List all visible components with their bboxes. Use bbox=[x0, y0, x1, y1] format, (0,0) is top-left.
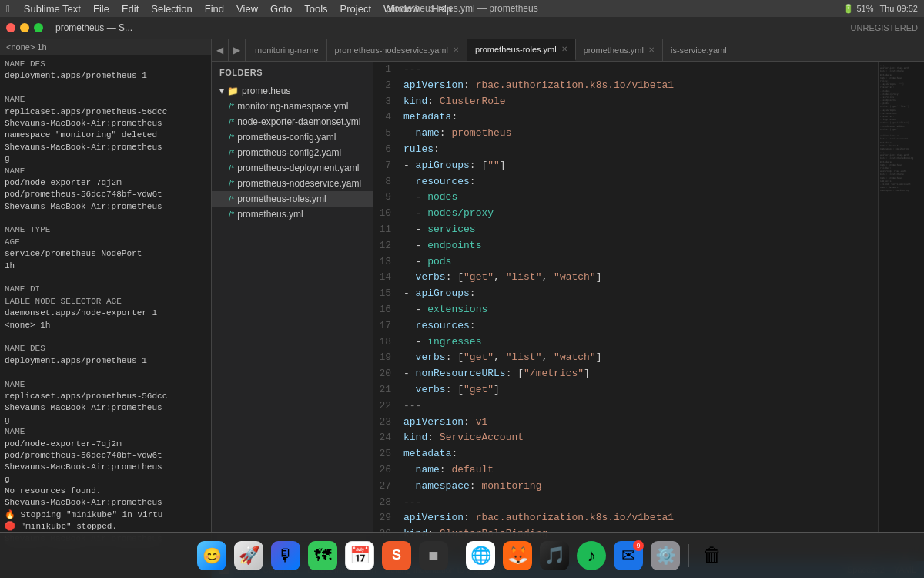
root-folder[interactable]: ▾ 📁 prometheus bbox=[212, 83, 373, 99]
code-line-13: 13 - pods bbox=[373, 254, 878, 271]
code-line-1: 1 --- bbox=[373, 62, 878, 78]
dock-settings[interactable]: ⚙️ bbox=[648, 539, 682, 573]
minimize-button[interactable] bbox=[20, 23, 29, 32]
terminal-line bbox=[5, 82, 206, 94]
code-line-16: 16 - extensions bbox=[373, 302, 878, 318]
folder-icon: 📁 bbox=[227, 86, 239, 96]
tab-prometheus-yml[interactable]: prometheus.yml ✕ bbox=[576, 39, 663, 61]
menu-view[interactable]: View bbox=[230, 3, 264, 15]
terminal-line: LABLE NODE SELECTOR AGE bbox=[5, 296, 206, 307]
terminal-line: g bbox=[5, 415, 206, 426]
code-line-6: 6 rules: bbox=[373, 142, 878, 158]
dock-iterm[interactable]: ■ bbox=[417, 539, 450, 573]
file-icon: /* bbox=[229, 179, 234, 188]
menu-selection[interactable]: Selection bbox=[145, 3, 198, 15]
file-icon: /* bbox=[229, 102, 234, 111]
terminal-line: NAME DI bbox=[5, 284, 206, 295]
menu-sublime[interactable]: Sublime Text bbox=[18, 3, 87, 15]
file-item[interactable]: /* monitoring-namespace.yml bbox=[212, 99, 373, 114]
tab-nav-right[interactable]: ▶ bbox=[229, 39, 246, 61]
code-line-8: 8 resources: bbox=[373, 174, 878, 190]
dock-finder[interactable]: 😊 bbox=[195, 539, 229, 573]
terminal-line: 1h bbox=[5, 260, 206, 272]
code-line-14: 14 verbs: ["get", "list", "watch"] bbox=[373, 270, 878, 286]
maximize-button[interactable] bbox=[34, 23, 43, 32]
dock-launchpad[interactable]: 🚀 bbox=[232, 539, 266, 573]
terminal-line: NAME bbox=[5, 379, 206, 391]
traffic-lights bbox=[6, 23, 43, 32]
file-item[interactable]: /* prometheus-nodeservice.yaml bbox=[212, 176, 373, 191]
dock-sublime[interactable]: S bbox=[380, 539, 413, 573]
file-item[interactable]: /* prometheus-config2.yaml bbox=[212, 145, 373, 160]
terminal-line: NAME DES bbox=[5, 343, 206, 355]
terminal-line: No resources found. bbox=[5, 486, 206, 497]
dock-trash[interactable]: 🗑 bbox=[695, 539, 729, 573]
dock-maps[interactable]: 🗺 bbox=[306, 539, 340, 573]
file-icon: /* bbox=[229, 117, 234, 126]
file-item[interactable]: /* node-exporter-daemonset.yml bbox=[212, 114, 373, 129]
tab-nav-left[interactable]: ◀ bbox=[212, 39, 229, 61]
terminal-line: deployment.apps/prometheus 1 bbox=[5, 355, 206, 367]
menu-edit[interactable]: Edit bbox=[116, 3, 145, 15]
code-line-10: 10 - nodes/proxy bbox=[373, 206, 878, 222]
code-line-27: 27 namespace: monitoring bbox=[373, 479, 878, 495]
tab-prometheus-nodeservice[interactable]: prometheus-nodeservice.yaml ✕ bbox=[327, 39, 467, 61]
dock-siri[interactable]: 🎙 bbox=[269, 539, 303, 573]
terminal-line: replicaset.apps/prometheus-56dcc bbox=[5, 391, 206, 402]
file-item-active[interactable]: /* prometheus-roles.yml bbox=[212, 191, 373, 207]
file-item[interactable]: /* prometheus-config.yaml bbox=[212, 129, 373, 145]
file-icon: /* bbox=[229, 163, 234, 173]
dock-chrome[interactable]: 🌐 bbox=[464, 539, 497, 573]
dock-separator-2 bbox=[688, 544, 689, 567]
terminal-line: daemonset.apps/node-exporter 1 bbox=[5, 307, 206, 319]
menu-goto[interactable]: Goto bbox=[264, 3, 298, 15]
code-line-3: 3 kind: ClusterRole bbox=[373, 94, 878, 110]
terminal-line: Shevauns-MacBook-Air:prometheus bbox=[5, 201, 206, 213]
terminal-line: NAME bbox=[5, 426, 206, 438]
file-icon: /* bbox=[229, 148, 234, 157]
terminal-line: Shevauns-MacBook-Air:prometheus bbox=[5, 142, 206, 153]
mail-badge: 9 bbox=[633, 540, 644, 551]
window-subtitle: prometheus — S... bbox=[55, 22, 132, 33]
close-button[interactable] bbox=[6, 23, 15, 32]
tab-is-service[interactable]: is-service.yaml bbox=[663, 39, 735, 61]
dock-calendar[interactable]: 📅 bbox=[343, 539, 377, 573]
minimap-content: ---apiVersion: rbac.authkind: ClusterRol… bbox=[879, 62, 924, 194]
terminal-line: Shevauns-MacBook-Air:prometheus bbox=[5, 462, 206, 473]
file-item[interactable]: /* prometheus.yml bbox=[212, 207, 373, 222]
menu-file[interactable]: File bbox=[87, 3, 116, 15]
terminal-content[interactable]: NAME DES deployment.apps/prometheus 1 NA… bbox=[0, 55, 211, 578]
tab-close-prometheus[interactable]: ✕ bbox=[648, 45, 654, 54]
menu-tools[interactable]: Tools bbox=[298, 3, 333, 15]
code-line-24: 24 kind: ServiceAccount bbox=[373, 430, 878, 446]
code-line-19: 19 verbs: ["get", "list", "watch"] bbox=[373, 350, 878, 366]
file-item[interactable]: /* prometheus-deployment.yaml bbox=[212, 160, 373, 176]
terminal-panel: <none> 1h NAME DES deployment.apps/prome… bbox=[0, 39, 212, 578]
tab-prometheus-roles[interactable]: prometheus-roles.yml ✕ bbox=[467, 39, 576, 61]
terminal-line: pod/prometheus-56dcc748bf-vdw6t bbox=[5, 450, 206, 462]
dock-firefox[interactable]: 🦊 bbox=[500, 539, 534, 573]
battery-icon: 🔋 51% bbox=[843, 4, 873, 14]
tab-close-nodeservice[interactable]: ✕ bbox=[453, 45, 459, 54]
code-line-20: 20 - nonResourceURLs: ["/metrics"] bbox=[373, 366, 878, 382]
dock-music[interactable]: 🎵 bbox=[537, 539, 571, 573]
terminal-line: g bbox=[5, 474, 206, 486]
tab-close-roles[interactable]: ✕ bbox=[561, 45, 567, 53]
terminal-line: NAME bbox=[5, 166, 206, 177]
code-line-7: 7 - apiGroups: [""] bbox=[373, 158, 878, 174]
code-content: 1 --- 2 apiVersion: rbac.authorization.k… bbox=[373, 62, 878, 561]
code-editor[interactable]: 1 --- 2 apiVersion: rbac.authorization.k… bbox=[373, 62, 878, 561]
editor-panel: ◀ ▶ monitoring-name prometheus-nodeservi… bbox=[212, 39, 924, 578]
terminal-line: namespace "monitoring" deleted bbox=[5, 129, 206, 141]
code-line-29: 29 apiVersion: rbac.authorization.k8s.io… bbox=[373, 510, 878, 526]
tab-monitoring-name[interactable]: monitoring-name bbox=[247, 39, 327, 61]
terminal-line: deployment.apps/prometheus 1 bbox=[5, 70, 206, 82]
minimap[interactable]: ---apiVersion: rbac.authkind: ClusterRol… bbox=[878, 62, 924, 561]
dock-spotify[interactable]: ♪ bbox=[574, 539, 608, 573]
terminal-line: Shevauns-MacBook-Air:prometheus bbox=[5, 118, 206, 129]
file-icon: /* bbox=[229, 194, 234, 203]
terminal-line: service/prometheus NodePort bbox=[5, 248, 206, 260]
menu-project[interactable]: Project bbox=[334, 3, 377, 15]
dock-mail[interactable]: ✉ 9 bbox=[611, 539, 645, 573]
menu-find[interactable]: Find bbox=[199, 3, 230, 15]
